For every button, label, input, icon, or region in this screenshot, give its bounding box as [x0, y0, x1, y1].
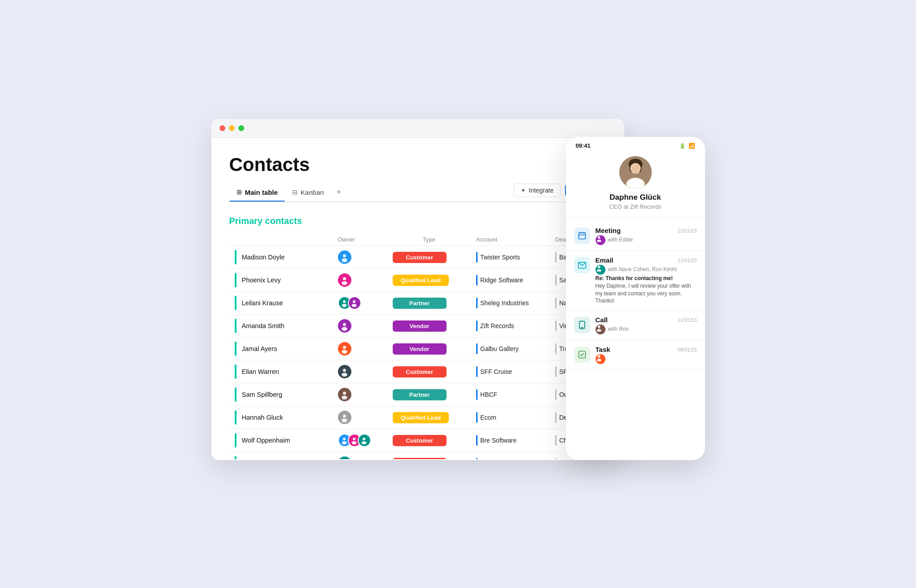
table-row[interactable]: Amanda Smith Vendor Zift Records Vinyl E…: [229, 315, 606, 338]
owner-avatar: [338, 456, 351, 459]
mobile-panel: 09:41 🔋 📶: [566, 137, 705, 460]
type-cell[interactable]: Partner: [387, 292, 471, 315]
account-cell: Zift Records: [471, 315, 550, 338]
scene: Contacts ⊞ Main table ⊟ Kanban + ✦ Integ…: [211, 119, 705, 469]
owner-cell: [333, 269, 387, 292]
integrate-button[interactable]: ✦ Integrate: [514, 184, 560, 197]
owner-avatar: [338, 388, 351, 401]
type-cell[interactable]: Qualified Lead: [387, 406, 471, 429]
svg-point-23: [362, 441, 367, 444]
svg-point-42: [596, 269, 601, 272]
type-badge[interactable]: Qualified Lead: [393, 412, 449, 423]
type-badge[interactable]: Customer: [393, 366, 447, 377]
svg-point-17: [342, 418, 347, 422]
add-tab-button[interactable]: +: [331, 184, 347, 202]
type-cell[interactable]: Customer: [387, 360, 471, 383]
svg-point-16: [343, 414, 346, 417]
svg-point-8: [343, 323, 346, 326]
type-cell[interactable]: Customer: [387, 429, 471, 452]
table-row[interactable]: Madison Doyle Customer Twister Sports Ba…: [229, 246, 606, 269]
owner-avatar: [338, 319, 351, 333]
type-badge[interactable]: Partner: [393, 298, 447, 309]
name-cell: Jamal Ayers: [229, 338, 333, 360]
window-content: Contacts ⊞ Main table ⊟ Kanban + ✦ Integ…: [211, 138, 624, 459]
activity-meeting[interactable]: Meeting 12/01/23 with Eddie: [566, 221, 705, 251]
svg-point-10: [343, 346, 346, 349]
meeting-type: Meeting: [596, 227, 621, 234]
maximize-button[interactable]: [238, 125, 244, 131]
task-date: 09/01/23: [678, 347, 697, 352]
name-cell: Sam Spillberg: [229, 383, 333, 406]
type-badge[interactable]: Customer: [393, 435, 447, 446]
type-badge[interactable]: Vendor: [393, 343, 447, 355]
table-row[interactable]: Hannah Gluck Qualified Lead Ecom Deal 1: [229, 406, 606, 429]
owner-cell: [333, 383, 387, 406]
svg-point-46: [596, 329, 601, 332]
activity-call[interactable]: Call 11/01/23 with Ron: [566, 311, 705, 340]
avatar-image: [619, 156, 652, 189]
task-icon: [578, 350, 587, 359]
contact-name: Hannah Gluck: [242, 414, 283, 421]
svg-point-21: [352, 441, 357, 444]
account-value: Rot EM: [476, 458, 544, 459]
status-time: 09:41: [576, 142, 591, 149]
wifi-icon: 📶: [688, 143, 695, 149]
profile-title: CEO at Zift Records: [609, 203, 661, 210]
svg-point-15: [342, 395, 347, 399]
email-type: Email: [596, 256, 614, 264]
owner-avatar: [338, 411, 351, 424]
contact-name: Wolf Oppenhaim: [242, 437, 290, 444]
type-cell[interactable]: Vendor: [387, 315, 471, 338]
task-icon-wrap: [574, 347, 590, 363]
col-account: Account: [471, 233, 550, 246]
type-cell[interactable]: Vendor: [387, 338, 471, 360]
type-cell[interactable]: Customer: [387, 452, 471, 460]
status-icons: 🔋 📶: [679, 143, 695, 149]
col-type: Type: [387, 233, 471, 246]
svg-point-9: [342, 327, 347, 330]
type-badge[interactable]: Customer: [393, 252, 447, 263]
type-badge[interactable]: Vendor: [393, 320, 447, 332]
table-row[interactable]: Phoenix Levy Qualified Lead Ridge Softwa…: [229, 269, 606, 292]
svg-rect-34: [579, 233, 585, 239]
tab-kanban[interactable]: ⊟ Kanban: [285, 185, 331, 201]
table-row[interactable]: Leilani Krause Partner Sheleg Industries…: [229, 292, 606, 315]
type-badge[interactable]: Partner: [393, 389, 447, 400]
integrate-icon: ✦: [521, 187, 526, 194]
owner-avatar: [338, 365, 351, 378]
mobile-profile: Daphne Glück CEO at Zift Records: [566, 152, 705, 218]
activity-task[interactable]: Task 09/01/23: [566, 340, 705, 370]
name-cell: Leilani Krause: [229, 292, 333, 315]
meeting-date: 12/01/23: [678, 228, 697, 233]
contact-name: Elian Warren: [242, 368, 279, 375]
svg-point-0: [343, 254, 346, 257]
table-row[interactable]: Sam Spillberg Partner HBCF Outsourci: [229, 383, 606, 406]
svg-point-2: [343, 277, 346, 280]
svg-point-7: [352, 304, 357, 307]
account-value: Sheleg Industries: [476, 298, 544, 308]
type-badge[interactable]: Customer: [393, 458, 447, 460]
activity-email[interactable]: Email 11/01/23 with Nave Cohen, Ron Kimh…: [566, 251, 705, 311]
type-cell[interactable]: Partner: [387, 383, 471, 406]
table-row[interactable]: Elian Warren Customer SFF Cruise SF crui…: [229, 360, 606, 383]
battery-icon: 🔋: [679, 143, 686, 149]
email-icon-wrap: [574, 257, 590, 273]
table-icon: ⊞: [237, 189, 242, 196]
svg-point-6: [353, 300, 355, 303]
account-value: Twister Sports: [476, 252, 544, 263]
type-cell[interactable]: Qualified Lead: [387, 269, 471, 292]
close-button[interactable]: [219, 125, 225, 131]
table-row[interactable]: John Walsh Customer Rot EM Prototype: [229, 452, 606, 460]
tab-main-table[interactable]: ⊞ Main table: [229, 185, 285, 201]
call-person-avatar: [596, 325, 605, 334]
table-row[interactable]: Jamal Ayers Vendor Galbu Gallery Trays: [229, 338, 606, 360]
type-cell[interactable]: Customer: [387, 246, 471, 269]
email-preview: Re: Thanks for contacting me! Hey Daphne…: [596, 275, 697, 305]
table-row[interactable]: Wolf Oppenhaim Customer Bre Software: [229, 429, 606, 452]
account-value: Ecom: [476, 412, 544, 423]
account-cell: Sheleg Industries: [471, 292, 550, 315]
minimize-button[interactable]: [229, 125, 235, 131]
titlebar: [211, 119, 624, 138]
type-badge[interactable]: Qualified Lead: [393, 275, 449, 286]
profile-name: Daphne Glück: [609, 193, 661, 202]
